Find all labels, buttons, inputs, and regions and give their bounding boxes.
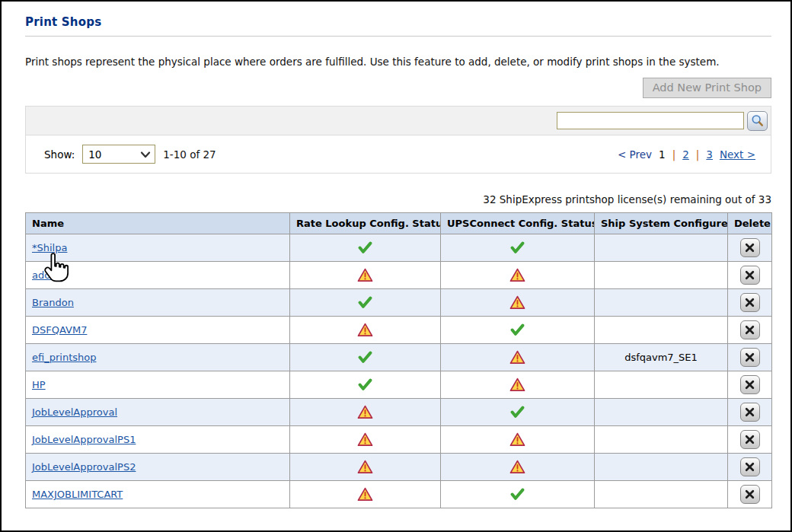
upsconnect-status-cell [441, 481, 595, 508]
page-number-link-3[interactable]: 3 [706, 148, 713, 161]
delete-cell [728, 317, 772, 344]
delete-cell [728, 344, 772, 371]
warning-triangle-icon [357, 268, 373, 282]
next-page-link[interactable]: Next > [720, 148, 755, 161]
upsconnect-status-cell [441, 234, 595, 262]
column-header-rate-lookup: Rate Lookup Config. Status [290, 213, 441, 234]
delete-button[interactable] [740, 320, 760, 339]
printshop-link[interactable]: DSFQAVM7 [32, 324, 87, 336]
warning-triangle-icon [509, 377, 525, 392]
printshop-link[interactable]: JobLevelApproval [32, 406, 117, 418]
print-shops-table: Name Rate Lookup Config. Status UPSConne… [25, 212, 772, 508]
green-check-icon [510, 241, 525, 254]
printshop-name-cell: adobe [26, 262, 290, 289]
page-size-value: 10 [88, 148, 101, 161]
column-header-upsconnect: UPSConnect Config. Status. [441, 213, 595, 234]
rate-lookup-status-cell [290, 289, 441, 317]
green-check-icon [358, 296, 372, 309]
show-label: Show: [44, 148, 75, 161]
pagination-bar: Show: 10 1-10 of 27 < Prev 1 | 2 | 3 Nex… [25, 135, 771, 174]
green-check-icon [358, 351, 372, 364]
delete-cell [728, 481, 772, 508]
printshop-link[interactable]: JobLevelApprovalPS1 [32, 434, 136, 445]
warning-triangle-icon [357, 432, 373, 447]
delete-button[interactable] [740, 430, 760, 449]
warning-triangle-icon [357, 460, 373, 474]
printshop-name-cell: JobLevelApproval [26, 399, 290, 426]
page-description: Print shops represent the physical place… [25, 56, 771, 68]
delete-button[interactable] [740, 238, 760, 257]
delete-button[interactable] [740, 403, 760, 422]
upsconnect-status-cell [441, 399, 595, 426]
x-icon [745, 325, 755, 335]
x-icon [745, 462, 755, 472]
add-new-print-shop-button[interactable]: Add New Print Shop [643, 78, 771, 98]
rate-lookup-status-cell [290, 371, 441, 399]
ship-system-cell [595, 371, 728, 399]
printshop-link[interactable]: JobLevelApprovalPS2 [32, 461, 136, 473]
warning-triangle-icon [509, 460, 525, 474]
warning-triangle-icon [357, 405, 373, 419]
prev-page-link[interactable]: < Prev [618, 148, 652, 161]
rate-lookup-status-cell [290, 481, 441, 508]
x-icon [745, 352, 755, 362]
page-number-current: 1 [659, 148, 666, 161]
print-shops-page: Print Shops Print shops represent the ph… [25, 15, 771, 508]
table-row: MAXJOBLIMITCART [26, 481, 772, 508]
printshop-name-cell: *Shilpa [26, 234, 290, 262]
upsconnect-status-cell [441, 426, 595, 454]
rate-lookup-status-cell [290, 234, 441, 262]
table-row: JobLevelApprovalPS2 [26, 454, 772, 481]
delete-button[interactable] [740, 457, 760, 476]
printshop-name-cell: efi_printshop [26, 344, 290, 371]
printshop-link[interactable]: adobe [32, 269, 62, 281]
rate-lookup-status-cell [290, 262, 441, 289]
ship-system-cell [595, 317, 728, 344]
table-row: JobLevelApproval [26, 399, 772, 426]
page-size-select[interactable]: 10 [82, 145, 155, 164]
x-icon [745, 298, 755, 307]
range-text: 1-10 of 27 [163, 148, 216, 161]
green-check-icon [510, 488, 525, 501]
delete-button[interactable] [740, 348, 760, 367]
x-icon [745, 380, 755, 390]
ship-system-cell: dsfqavm7_SE1 [595, 344, 728, 371]
x-icon [745, 489, 755, 499]
delete-button[interactable] [740, 266, 760, 285]
ship-system-cell [595, 262, 728, 289]
delete-button[interactable] [740, 375, 760, 394]
pager: < Prev 1 | 2 | 3 Next > [618, 148, 755, 161]
table-row: adobe [26, 262, 772, 289]
printshop-link[interactable]: HP [32, 379, 46, 390]
rate-lookup-status-cell [290, 426, 441, 454]
warning-triangle-icon [357, 487, 373, 502]
delete-button[interactable] [740, 485, 760, 504]
delete-button[interactable] [740, 293, 760, 312]
printshop-link[interactable]: Brandon [32, 297, 74, 308]
printshop-name-cell: Brandon [26, 289, 290, 317]
page-number-link-2[interactable]: 2 [682, 148, 689, 161]
printshops-tbody: *ShilpaadobeBrandonDSFQAVM7efi_printshop… [26, 234, 772, 508]
green-check-icon [358, 378, 372, 391]
printshop-link[interactable]: *Shilpa [32, 242, 67, 253]
table-row: JobLevelApprovalPS1 [26, 426, 772, 454]
table-row: Brandon [26, 289, 772, 317]
search-button[interactable] [747, 111, 768, 131]
table-row: HP [26, 371, 772, 399]
x-icon [745, 243, 755, 253]
table-row: *Shilpa [26, 234, 772, 262]
printshop-name-cell: JobLevelApprovalPS1 [26, 426, 290, 454]
printshop-name-cell: DSFQAVM7 [26, 317, 290, 344]
delete-cell [728, 289, 772, 317]
title-divider [25, 36, 771, 37]
ship-system-cell [595, 481, 728, 508]
delete-cell [728, 399, 772, 426]
printshop-link[interactable]: efi_printshop [32, 352, 96, 363]
search-input[interactable] [557, 112, 744, 129]
printshop-link[interactable]: MAXJOBLIMITCART [32, 489, 123, 500]
upsconnect-status-cell [441, 262, 595, 289]
table-header-row: Name Rate Lookup Config. Status UPSConne… [26, 213, 772, 234]
chevron-down-icon [140, 150, 151, 159]
printshop-name-cell: JobLevelApprovalPS2 [26, 454, 290, 481]
green-check-icon [510, 323, 525, 336]
